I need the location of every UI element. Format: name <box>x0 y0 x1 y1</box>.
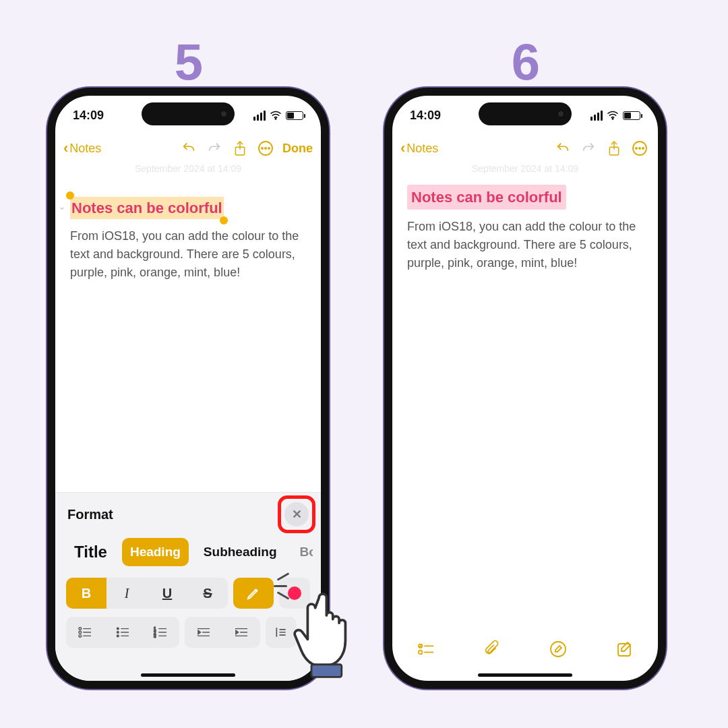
phone-step-6: 14:09 ‹ Notes <box>384 88 666 689</box>
style-title[interactable]: Title <box>66 536 115 568</box>
close-icon: ✕ <box>292 507 302 522</box>
fold-caret-icon[interactable]: ⌄ <box>58 200 66 214</box>
cellular-signal-icon <box>253 111 266 121</box>
numbered-list-button[interactable]: 123 <box>142 617 179 648</box>
redo-icon <box>207 141 222 156</box>
note-date: September 2024 at 14:09 <box>55 163 321 174</box>
status-time: 14:09 <box>73 109 104 123</box>
note-content[interactable]: Notes can be colorful From iOS18, you ca… <box>407 185 643 272</box>
highlight-button[interactable] <box>233 578 274 609</box>
share-icon <box>607 140 621 156</box>
step-number-5: 5 <box>121 32 256 91</box>
pointer-hand-icon <box>290 586 371 681</box>
underline-button[interactable]: U <box>147 578 187 609</box>
svg-point-10 <box>79 635 82 638</box>
more-icon <box>257 140 274 156</box>
more-button[interactable] <box>630 138 650 158</box>
note-body[interactable]: From iOS18, you can add the colour to th… <box>407 218 643 272</box>
draw-button[interactable] <box>549 640 567 661</box>
compose-button[interactable] <box>616 640 634 661</box>
svg-point-16 <box>117 635 119 637</box>
share-button[interactable] <box>230 138 250 158</box>
close-format-button[interactable]: ✕ <box>284 502 309 526</box>
svg-point-5 <box>268 148 270 149</box>
svg-point-8 <box>79 631 82 634</box>
battery-icon <box>623 111 640 120</box>
more-icon <box>632 140 648 156</box>
svg-point-43 <box>418 650 422 655</box>
bold-button[interactable]: B <box>66 578 107 609</box>
undo-icon <box>555 141 570 156</box>
compose-icon <box>616 640 634 658</box>
pencil-icon <box>246 586 261 601</box>
svg-rect-34 <box>311 665 342 677</box>
battery-icon <box>286 111 303 120</box>
redo-button[interactable] <box>204 138 224 158</box>
attachment-icon <box>484 640 500 658</box>
chevron-left-icon: ‹ <box>400 140 405 157</box>
status-time: 14:09 <box>410 109 441 123</box>
style-body[interactable]: Body <box>292 538 313 566</box>
note-heading: Notes can be colorful <box>71 197 222 219</box>
bottom-toolbar <box>392 634 658 667</box>
back-label: Notes <box>406 142 438 156</box>
svg-point-40 <box>642 148 644 149</box>
undo-button[interactable] <box>179 138 199 158</box>
wifi-icon <box>607 111 619 120</box>
undo-button[interactable] <box>553 138 573 158</box>
nav-bar: ‹ Notes <box>392 133 658 163</box>
svg-point-14 <box>117 632 119 634</box>
more-button[interactable] <box>255 138 276 158</box>
note-body[interactable]: From iOS18, you can add the colour to th… <box>70 227 306 282</box>
home-indicator[interactable] <box>141 673 235 677</box>
home-indicator[interactable] <box>478 673 572 677</box>
checklist-icon <box>417 642 435 657</box>
text-style-segment: B I U S <box>66 578 228 609</box>
format-title: Format <box>67 507 113 522</box>
back-button[interactable]: ‹ Notes <box>63 140 101 157</box>
step-number-6: 6 <box>458 32 593 91</box>
share-icon <box>233 140 247 156</box>
italic-button[interactable]: I <box>107 578 147 609</box>
back-label: Notes <box>69 142 101 156</box>
selected-heading[interactable]: Notes can be colorful <box>70 197 224 219</box>
nav-bar: ‹ Notes Done <box>55 133 321 163</box>
svg-point-12 <box>117 628 119 630</box>
svg-point-3 <box>262 148 263 149</box>
back-button[interactable]: ‹ Notes <box>400 140 438 157</box>
status-bar: 14:09 <box>392 105 658 125</box>
outdent-button[interactable] <box>185 617 222 648</box>
done-button[interactable]: Done <box>282 142 313 156</box>
svg-point-38 <box>636 148 637 149</box>
share-button[interactable] <box>604 138 624 158</box>
redo-icon <box>581 141 596 156</box>
style-heading[interactable]: Heading <box>122 538 189 566</box>
note-content[interactable]: ⌄ Notes can be colorful From iOS18, you … <box>70 197 306 282</box>
style-subheading[interactable]: Subheading <box>195 538 285 566</box>
list-segment: 123 <box>66 617 179 648</box>
redo-button[interactable] <box>578 138 599 158</box>
svg-point-45 <box>551 642 566 657</box>
bullet-list-button[interactable] <box>104 617 142 648</box>
wifi-icon <box>270 111 282 120</box>
checklist-button[interactable] <box>417 642 435 659</box>
note-date: September 2024 at 14:09 <box>392 163 658 174</box>
strikethrough-button[interactable]: S <box>187 578 228 609</box>
status-bar: 14:09 <box>55 105 321 125</box>
svg-text:3: 3 <box>154 634 156 638</box>
attachment-button[interactable] <box>484 640 500 661</box>
svg-point-6 <box>79 628 82 630</box>
indent-segment <box>185 617 260 648</box>
draw-icon <box>549 640 567 658</box>
chevron-left-icon: ‹ <box>63 140 68 157</box>
checklist-button[interactable] <box>66 617 104 648</box>
paragraph-style-row[interactable]: Title Heading Subheading Body <box>63 536 313 578</box>
svg-point-35 <box>612 119 613 120</box>
undo-icon <box>181 141 196 156</box>
note-heading[interactable]: Notes can be colorful <box>407 185 566 210</box>
svg-point-4 <box>265 148 266 149</box>
svg-point-39 <box>639 148 640 149</box>
indent-button[interactable] <box>222 617 260 648</box>
svg-point-0 <box>275 119 276 120</box>
cellular-signal-icon <box>590 111 603 121</box>
